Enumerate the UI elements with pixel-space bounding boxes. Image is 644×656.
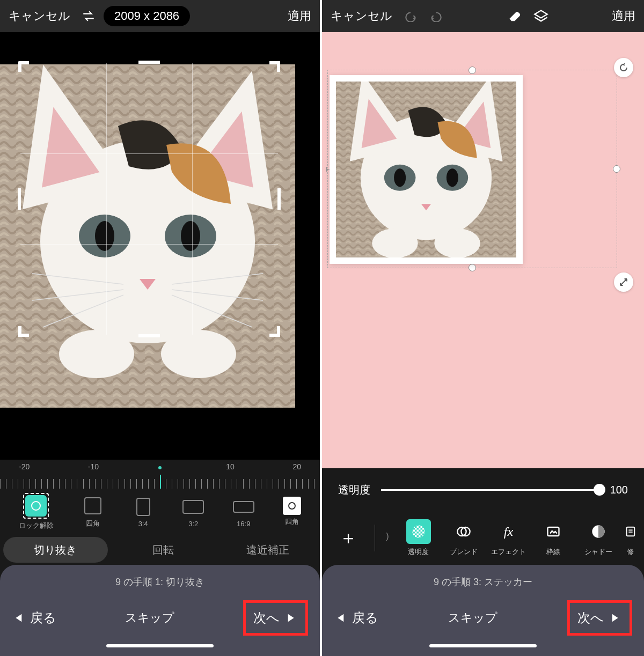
home-indicator[interactable] <box>106 644 214 647</box>
eraser-icon[interactable] <box>504 5 526 27</box>
nav-back-label: 戻る <box>30 609 56 626</box>
opacity-slider-thumb[interactable] <box>594 484 605 496</box>
ruler-center-dot <box>158 466 162 469</box>
opacity-slider[interactable] <box>381 489 599 491</box>
cancel-button[interactable]: キャンセル <box>327 5 396 27</box>
apply-button[interactable]: 適用 <box>609 5 639 27</box>
nav-next-button[interactable]: 次へ <box>567 600 632 636</box>
crop-handle-bottom[interactable] <box>138 334 160 337</box>
crop-handle-right[interactable] <box>277 188 281 210</box>
nav-skip-button[interactable]: スキップ <box>448 610 497 626</box>
handle-top[interactable] <box>469 67 476 74</box>
tool-fix[interactable]: 修 <box>621 519 640 557</box>
crop-handle-br[interactable] <box>269 326 280 337</box>
nav-next-button[interactable]: 次へ <box>243 600 308 636</box>
border-icon <box>541 519 566 544</box>
handle-bottom[interactable] <box>469 264 476 271</box>
tab-crop[interactable]: 切り抜き <box>3 537 108 563</box>
nav-skip-button[interactable]: スキップ <box>125 610 174 626</box>
tool-label: 修 <box>627 547 634 557</box>
screen-crop: キャンセル 2009 x 2086 適用 <box>0 0 322 656</box>
skip-back-icon <box>12 612 24 624</box>
rotation-ruler[interactable]: -20 -10 10 20 <box>0 460 320 492</box>
svg-point-21 <box>447 168 458 187</box>
tool-effects[interactable]: fx エフェクト <box>486 519 530 557</box>
aspect-instagram[interactable]: 四角 <box>283 497 301 527</box>
tool-row: ＋ ) 透明度 ブレンド fx エフェクト 枠線 <box>322 511 644 565</box>
aspect-ratio-row: ロック解除 四角 3:4 3:2 16:9 四角 <box>0 492 320 535</box>
aspect-label: 3:4 <box>138 520 148 528</box>
aspect-label: 3:2 <box>188 520 198 528</box>
sticker-canvas[interactable]: ⊢ ⊣ <box>322 32 644 468</box>
crop-handle-top[interactable] <box>138 61 160 64</box>
step-label: 9 の手順 1: 切り抜き <box>5 576 314 588</box>
nav-next-label: 次へ <box>577 609 604 626</box>
svg-point-22 <box>372 229 418 257</box>
crop-handle-tr[interactable] <box>269 61 280 72</box>
skip-forward-icon <box>286 612 298 624</box>
mode-tabs: 切り抜き 回転 遠近補正 <box>0 535 320 565</box>
svg-point-8 <box>161 330 236 378</box>
tool-shadow[interactable]: シャドー <box>576 519 620 557</box>
crop-canvas[interactable] <box>0 32 320 460</box>
crop-frame[interactable] <box>20 63 278 335</box>
photo-kitten <box>336 82 516 257</box>
crop-handle-bl[interactable] <box>18 326 29 337</box>
blend-icon <box>451 519 476 544</box>
ruler-label: -20 <box>19 462 30 471</box>
crop-handle-left[interactable] <box>18 188 21 210</box>
aspect-label: 四角 <box>285 517 299 527</box>
crop-handle-tl[interactable] <box>18 61 29 72</box>
nav-back-label: 戻る <box>352 609 378 626</box>
layers-icon[interactable] <box>530 5 552 27</box>
aspect-3-2[interactable]: 3:2 <box>182 496 204 528</box>
tool-prev[interactable]: ) <box>379 524 396 552</box>
handle-right[interactable] <box>613 165 620 173</box>
tool-opacity[interactable]: 透明度 <box>397 519 441 557</box>
svg-point-26 <box>412 525 425 537</box>
plus-icon: ＋ <box>336 526 361 550</box>
fx-icon: fx <box>496 519 521 544</box>
tool-blend[interactable]: ブレンド <box>442 519 486 557</box>
opacity-row: 透明度 100 <box>322 468 644 511</box>
aspect-unlock[interactable]: ロック解除 <box>19 493 54 530</box>
list-icon <box>618 519 643 544</box>
tool-label: ブレンド <box>450 547 478 557</box>
apply-button[interactable]: 適用 <box>284 5 314 27</box>
ruler-label: -10 <box>88 462 99 471</box>
shadow-icon <box>586 519 611 544</box>
step-label: 9 の手順 3: ステッカー <box>327 576 639 588</box>
aspect-3-4[interactable]: 3:4 <box>133 496 154 528</box>
dimensions-pill[interactable]: 2009 x 2086 <box>104 6 190 26</box>
nav-back-button[interactable]: 戻る <box>334 609 378 626</box>
nav-back-button[interactable]: 戻る <box>12 609 56 626</box>
sticker-photo[interactable] <box>330 75 523 264</box>
svg-point-23 <box>434 229 480 257</box>
opacity-value: 100 <box>610 484 628 496</box>
aspect-label: 16:9 <box>237 520 250 528</box>
topbar-left: キャンセル 2009 x 2086 適用 <box>0 0 320 32</box>
tutorial-bottom-bar: 9 の手順 1: 切り抜き 戻る スキップ 次へ <box>0 565 320 656</box>
topbar-right: キャンセル 適用 <box>322 0 644 32</box>
rotate-button[interactable] <box>614 58 633 77</box>
home-indicator[interactable] <box>429 644 537 647</box>
ruler-label: 20 <box>292 462 301 471</box>
screen-sticker: キャンセル 適用 ⊢ ⊣ <box>322 0 644 656</box>
tab-rotate[interactable]: 回転 <box>111 535 216 565</box>
aspect-square[interactable]: 四角 <box>82 495 104 528</box>
tool-border[interactable]: 枠線 <box>531 519 575 557</box>
redo-icon[interactable] <box>426 5 447 27</box>
opacity-icon <box>406 519 431 544</box>
tutorial-bottom-bar: 9 の手順 3: ステッカー 戻る スキップ 次へ <box>322 565 644 656</box>
cancel-button[interactable]: キャンセル <box>5 5 74 27</box>
svg-point-19 <box>394 168 406 187</box>
undo-icon[interactable] <box>400 5 421 27</box>
tab-perspective[interactable]: 遠近補正 <box>215 535 320 565</box>
aspect-label: 四角 <box>86 519 100 528</box>
tool-label: 枠線 <box>546 547 560 557</box>
swap-orientation-icon[interactable] <box>78 5 99 27</box>
svg-point-7 <box>59 330 134 378</box>
tool-add[interactable]: ＋ <box>326 526 370 550</box>
resize-button[interactable] <box>614 272 633 292</box>
aspect-16-9[interactable]: 16:9 <box>233 496 254 528</box>
